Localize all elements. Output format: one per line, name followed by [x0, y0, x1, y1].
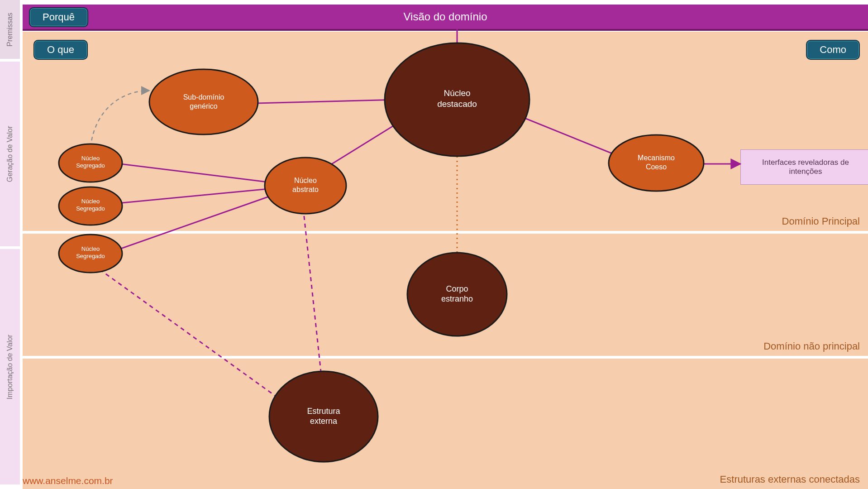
rail-seg-premissas: Premissas — [0, 0, 20, 59]
region-dominio-nao-principal: Domínio não principal — [23, 234, 868, 356]
rail-label-premissas: Premissas — [6, 13, 14, 47]
header-title: Visão do domínio — [403, 10, 487, 23]
rail-label-importacao: Importação de Valor — [6, 335, 14, 399]
category-rail: Premissas Geração de Valor Importação de… — [0, 0, 20, 489]
infobox-interfaces: Interfaces reveladoras de intenções — [740, 149, 868, 185]
badge-porque-label: Porquê — [43, 11, 75, 23]
diagram-canvas: Visão do domínio Domínio Principal Domín… — [23, 0, 868, 489]
region-label-nao-principal: Domínio não principal — [763, 340, 860, 352]
rail-label-geracao: Geração de Valor — [6, 126, 14, 182]
rail-seg-importacao: Importação de Valor — [0, 249, 20, 484]
region-estruturas-externas: Estruturas externas conectadas — [23, 359, 868, 489]
badge-oque[interactable]: O que — [33, 40, 88, 60]
region-label-principal: Domínio Principal — [782, 216, 860, 227]
rail-seg-geracao: Geração de Valor — [0, 62, 20, 246]
badge-porque[interactable]: Porquê — [29, 7, 88, 27]
badge-oque-label: O que — [47, 44, 74, 56]
region-label-externas: Estruturas externas conectadas — [720, 474, 860, 485]
badge-como-label: Como — [820, 44, 846, 56]
infobox-label: Interfaces reveladoras de intenções — [747, 158, 864, 176]
footer-url: www.anselme.com.br — [23, 475, 113, 486]
region-dominio-principal: Domínio Principal — [23, 32, 868, 231]
header-bar: Visão do domínio — [23, 5, 868, 31]
badge-como[interactable]: Como — [806, 40, 860, 60]
